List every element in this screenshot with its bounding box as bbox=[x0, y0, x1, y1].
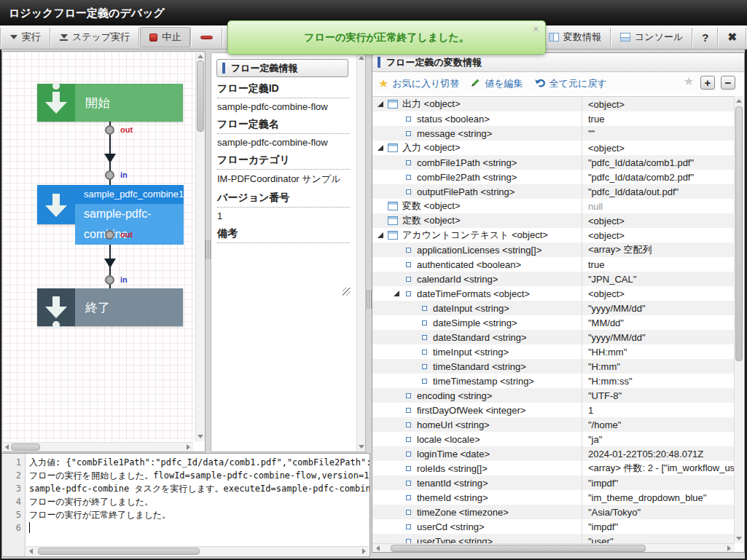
tree-row[interactable]: アカウントコンテキスト <object><object> bbox=[372, 228, 735, 242]
property-icon bbox=[406, 524, 411, 529]
variable-name: 変数 <object> bbox=[402, 200, 461, 213]
port-out[interactable] bbox=[105, 125, 114, 135]
canvas-horizontal-scrollbar[interactable] bbox=[2, 442, 193, 451]
property-icon bbox=[406, 466, 411, 471]
favorite-action-button[interactable]: ★お気に入り切替 bbox=[378, 77, 459, 90]
tree-row[interactable]: timeStandard <string>"H:mm" bbox=[372, 359, 735, 374]
tree-row[interactable]: calendarId <string>"JPN_CAL" bbox=[372, 272, 735, 286]
tree-row[interactable]: dateStandard <string>"yyyy/MM/dd" bbox=[372, 330, 735, 344]
tree-row[interactable]: 定数 <object><object> bbox=[372, 213, 735, 228]
close-icon: ✖ bbox=[727, 31, 737, 44]
flow-node-start[interactable]: 開始 bbox=[37, 84, 183, 122]
port-in[interactable] bbox=[105, 275, 114, 285]
collapse-all-button[interactable]: − bbox=[721, 76, 735, 90]
variable-value: "impdf" bbox=[582, 478, 735, 489]
expand-collapse-icon[interactable] bbox=[394, 291, 399, 296]
variables-panel-header: フロー定義の変数情報 bbox=[372, 53, 744, 72]
flow-info-fields: フロー定義IDsample-pdfc-combine-flowフロー定義名sam… bbox=[217, 82, 350, 252]
property-icon bbox=[406, 437, 411, 442]
expand-collapse-icon[interactable] bbox=[378, 101, 383, 107]
tree-row[interactable]: message <string>"" bbox=[372, 126, 735, 141]
tree-row[interactable]: combFile2Path <string>"pdfc_Id/data/comb… bbox=[372, 170, 735, 184]
tree-row[interactable]: combFile1Path <string>"pdfc_Id/data/comb… bbox=[372, 155, 735, 170]
tree-row[interactable]: firstDayOfWeek <integer>1 bbox=[372, 403, 735, 417]
step-run-button[interactable]: ステップ実行 bbox=[51, 25, 138, 49]
variable-name: outputFilePath <string> bbox=[417, 186, 515, 197]
console-line: 5フローの実行が正常終了しました。 bbox=[2, 508, 369, 521]
tree-vertical-scrollbar[interactable] bbox=[734, 96, 743, 543]
splitter-handle[interactable] bbox=[206, 240, 211, 259]
port-in[interactable] bbox=[105, 170, 114, 180]
variable-value: "user" bbox=[582, 536, 735, 544]
flow-canvas[interactable]: 開始 out in sample_pdfc_combine1 sample-pd… bbox=[2, 52, 195, 441]
canvas-vertical-scrollbar[interactable] bbox=[195, 52, 205, 441]
flow-info-header-button[interactable]: フロー定義情報 bbox=[216, 59, 348, 77]
console-panel: 1入力値: {"combFile1Path":"pdfc_Id/data/com… bbox=[1, 453, 370, 557]
abort-button[interactable]: 中止 bbox=[140, 27, 190, 47]
tree-row[interactable]: timeZone <timezone>"Asia/Tokyo" bbox=[372, 505, 735, 519]
flow-node-task[interactable]: sample_pdfc_combine1 sample-pdfc-combine bbox=[37, 185, 183, 224]
tree-row[interactable]: userCd <string>"impdf" bbox=[372, 519, 735, 534]
tree-row[interactable]: timeTimestamp <string>"H:mm:ss" bbox=[372, 374, 735, 388]
console-line: 2フローの実行を開始しました。flowId=sample-pdfc-combin… bbox=[2, 469, 369, 482]
tree-row[interactable]: applicationLicenses <string[]><array> 空配… bbox=[372, 242, 735, 257]
flow-info-title: フロー定義情報 bbox=[231, 62, 298, 75]
info-field-value: IM-PDFCoordinator サンプル bbox=[217, 170, 350, 192]
expand-collapse-icon[interactable] bbox=[378, 232, 383, 238]
window-frame bbox=[0, 50, 1, 560]
variables-toggle-button[interactable]: 変数情報 bbox=[540, 25, 610, 49]
flow-canvas-panel: 開始 out in sample_pdfc_combine1 sample-pd… bbox=[1, 51, 206, 452]
tree-row[interactable]: loginTime <date>2024-01-22T05:20:48.071Z bbox=[372, 446, 735, 461]
port-out[interactable] bbox=[105, 230, 114, 240]
resize-handle-icon[interactable] bbox=[343, 288, 351, 296]
console-log[interactable]: 1入力値: {"combFile1Path":"pdfc_Id/data/com… bbox=[2, 456, 369, 535]
help-button[interactable]: ? bbox=[693, 25, 717, 49]
property-icon bbox=[406, 291, 411, 296]
console-line-text: フローの実行を開始しました。flowId=sample-pdfc-combine… bbox=[29, 469, 369, 482]
tree-row[interactable]: 変数 <object>null bbox=[372, 199, 735, 213]
tree-row[interactable]: dateTimeFormats <object><object> bbox=[372, 286, 735, 301]
console-toggle-button[interactable]: コンソール bbox=[611, 25, 692, 49]
tree-row[interactable]: tenantId <string>"impdf" bbox=[372, 476, 735, 490]
console-horizontal-scrollbar[interactable] bbox=[26, 546, 369, 556]
notification-close-icon[interactable]: × bbox=[533, 23, 539, 34]
edit-action-button[interactable]: 値を編集 bbox=[470, 77, 523, 90]
remove-breakpoints-button[interactable] bbox=[192, 25, 222, 49]
expand-all-button[interactable]: + bbox=[700, 76, 715, 90]
run-button[interactable]: 実行 bbox=[1, 25, 50, 49]
tree-row[interactable]: themeId <string>"im_theme_dropdown_blue" bbox=[372, 490, 735, 505]
tree-row[interactable]: encoding <string>"UTF-8" bbox=[372, 388, 735, 403]
expand-collapse-icon[interactable] bbox=[378, 145, 383, 151]
tree-row[interactable]: 入力 <object><object> bbox=[372, 141, 735, 155]
info-panel-scrollbar[interactable] bbox=[356, 53, 365, 451]
tree-row[interactable]: locale <locale>"ja" bbox=[372, 432, 735, 446]
tree-row[interactable]: authenticated <boolean>true bbox=[372, 257, 735, 272]
splitter-handle[interactable] bbox=[367, 290, 372, 309]
variable-name: 入力 <object> bbox=[402, 141, 461, 154]
tree-row[interactable]: timeInput <string>"HH:mm" bbox=[372, 344, 735, 359]
undo-arrow-icon bbox=[534, 77, 546, 90]
tree-row[interactable]: roleIds <string[]><array> 件数: 2 - ["im_w… bbox=[372, 461, 735, 476]
console-line-text: 入力値: {"combFile1Path":"pdfc_Id/data/comb… bbox=[29, 456, 369, 469]
variable-name: encoding <string> bbox=[417, 390, 492, 401]
variable-name: status <boolean> bbox=[417, 114, 490, 125]
tree-row[interactable]: dateSimple <string>"MM/dd" bbox=[372, 315, 735, 330]
undo-action-button[interactable]: 全て元に戻す bbox=[534, 77, 607, 90]
flow-node-end[interactable]: 終了 bbox=[37, 288, 183, 326]
tree-row[interactable]: outputFilePath <string>"pdfc_Id/data/out… bbox=[372, 184, 735, 199]
tree-horizontal-scrollbar[interactable] bbox=[372, 543, 735, 553]
tree-row[interactable]: dateInput <string>"yyyy/MM/dd" bbox=[372, 301, 735, 315]
abort-label: 中止 bbox=[162, 31, 181, 44]
tree-row[interactable]: userType <string>"user" bbox=[372, 534, 735, 543]
close-button[interactable]: ✖ bbox=[719, 25, 746, 49]
variable-name: authenticated <boolean> bbox=[417, 259, 521, 270]
port-out-label: out bbox=[120, 230, 133, 239]
tree-row[interactable]: status <boolean>true bbox=[372, 111, 735, 126]
tree-row[interactable]: 出力 <object><object> bbox=[372, 97, 735, 111]
tree-row[interactable]: homeUrl <string>"/home" bbox=[372, 417, 735, 432]
edit-pencil-icon bbox=[470, 77, 481, 90]
toolbar-separator bbox=[222, 28, 223, 47]
variable-name: userType <string> bbox=[417, 536, 493, 544]
variable-name: locale <locale> bbox=[417, 434, 480, 445]
variable-value: "/home" bbox=[582, 419, 735, 430]
